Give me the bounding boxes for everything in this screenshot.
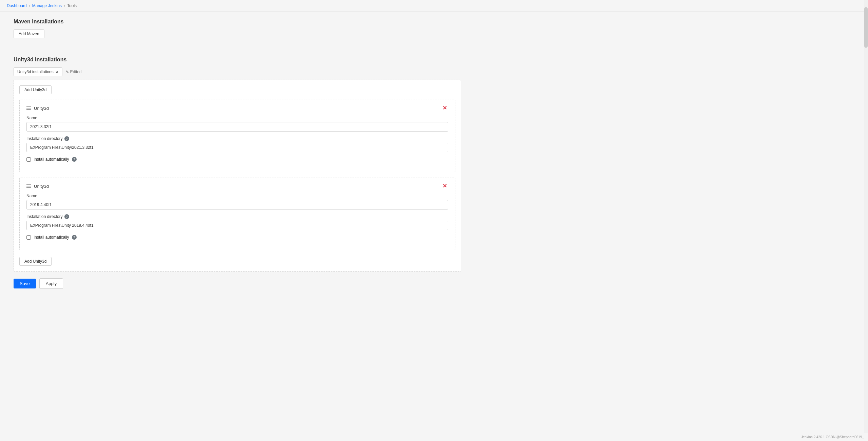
breadcrumb-current: Tools bbox=[67, 3, 77, 8]
auto-help-icon-2[interactable]: ? bbox=[72, 235, 77, 240]
unity3d-1-auto-install-label: Install automatically bbox=[34, 157, 69, 162]
unity3d-1-auto-install-checkbox[interactable] bbox=[26, 157, 31, 162]
unity3d-2-dir-label: Installation directory ? bbox=[26, 214, 448, 219]
breadcrumb-sep-2: › bbox=[64, 3, 65, 8]
edit-icon: ✎ bbox=[66, 70, 69, 74]
unity3d-1-name-label: Name bbox=[26, 116, 448, 120]
add-unity3d-bottom-label: Add Unity3d bbox=[24, 259, 46, 264]
unity3d-2-name-input[interactable] bbox=[26, 200, 448, 209]
dropdown-label: Unity3d installations bbox=[17, 69, 54, 74]
unity3d-card-2-name: Unity3d bbox=[34, 184, 49, 189]
unity3d-2-dir-input[interactable] bbox=[26, 221, 448, 230]
unity3d-2-auto-install-label: Install automatically bbox=[34, 235, 69, 240]
unity3d-section: Unity3d installations Unity3d installati… bbox=[14, 57, 461, 289]
bottom-actions: Save Apply bbox=[14, 278, 461, 289]
unity3d-2-auto-install-row: Install automatically ? bbox=[26, 235, 448, 240]
unity3d-2-auto-install-checkbox[interactable] bbox=[26, 235, 31, 240]
auto-help-icon-1[interactable]: ? bbox=[72, 157, 77, 162]
drag-handle-1[interactable] bbox=[26, 106, 31, 110]
unity3d-1-dir-label: Installation directory ? bbox=[26, 136, 448, 141]
scrollbar-track[interactable] bbox=[864, 0, 868, 306]
unity3d-1-auto-install-row: Install automatically ? bbox=[26, 157, 448, 162]
edited-label: Edited bbox=[70, 69, 82, 74]
save-button[interactable]: Save bbox=[14, 279, 36, 288]
unity3d-card-2-header: Unity3d ✕ bbox=[26, 183, 448, 189]
unity3d-card-1-title: Unity3d bbox=[26, 106, 49, 111]
unity3d-container: Add Unity3d Unity3d ✕ Name bbox=[14, 80, 461, 272]
installations-header: Unity3d installations ∧ ✎ Edited bbox=[14, 67, 461, 76]
drag-handle-2[interactable] bbox=[26, 184, 31, 188]
add-unity3d-top-label: Add Unity3d bbox=[24, 87, 46, 92]
delete-unity3d-2-button[interactable]: ✕ bbox=[441, 183, 448, 189]
add-unity3d-top-button[interactable]: Add Unity3d bbox=[19, 85, 52, 94]
unity3d-1-dir-input[interactable] bbox=[26, 143, 448, 152]
breadcrumb: Dashboard › Manage Jenkins › Tools bbox=[0, 0, 868, 12]
unity3d-1-name-input[interactable] bbox=[26, 122, 448, 132]
add-unity3d-bottom-button[interactable]: Add Unity3d bbox=[19, 257, 52, 266]
unity3d-card-2-title: Unity3d bbox=[26, 184, 49, 189]
unity3d-card-2: Unity3d ✕ Name Installation directory ? bbox=[19, 178, 455, 250]
maven-section: Maven installations Add Maven bbox=[14, 19, 461, 46]
breadcrumb-dashboard[interactable]: Dashboard bbox=[7, 3, 27, 8]
unity3d-1-dir-group: Installation directory ? bbox=[26, 136, 448, 152]
unity3d-1-name-group: Name bbox=[26, 116, 448, 132]
breadcrumb-manage-jenkins[interactable]: Manage Jenkins bbox=[32, 3, 62, 8]
installations-dropdown[interactable]: Unity3d installations ∧ bbox=[14, 67, 62, 76]
delete-unity3d-1-button[interactable]: ✕ bbox=[441, 105, 448, 111]
unity3d-card-1-name: Unity3d bbox=[34, 106, 49, 111]
unity3d-2-dir-group: Installation directory ? bbox=[26, 214, 448, 230]
maven-section-title: Maven installations bbox=[14, 19, 461, 25]
unity3d-card-1-header: Unity3d ✕ bbox=[26, 105, 448, 111]
main-content: Maven installations Add Maven Unity3d in… bbox=[0, 12, 475, 306]
scrollbar-thumb[interactable] bbox=[864, 7, 868, 48]
unity3d-2-name-group: Name bbox=[26, 194, 448, 209]
dir-help-icon-2[interactable]: ? bbox=[64, 214, 69, 219]
apply-button[interactable]: Apply bbox=[39, 278, 63, 289]
unity3d-section-title: Unity3d installations bbox=[14, 57, 461, 63]
unity3d-card-1: Unity3d ✕ Name Installation directory ? bbox=[19, 100, 455, 172]
unity3d-2-name-label: Name bbox=[26, 194, 448, 198]
edited-badge: ✎ Edited bbox=[66, 69, 82, 74]
chevron-up-icon: ∧ bbox=[56, 69, 59, 74]
dir-help-icon-1[interactable]: ? bbox=[64, 136, 69, 141]
add-maven-button[interactable]: Add Maven bbox=[14, 29, 44, 38]
breadcrumb-sep-1: › bbox=[29, 3, 30, 8]
